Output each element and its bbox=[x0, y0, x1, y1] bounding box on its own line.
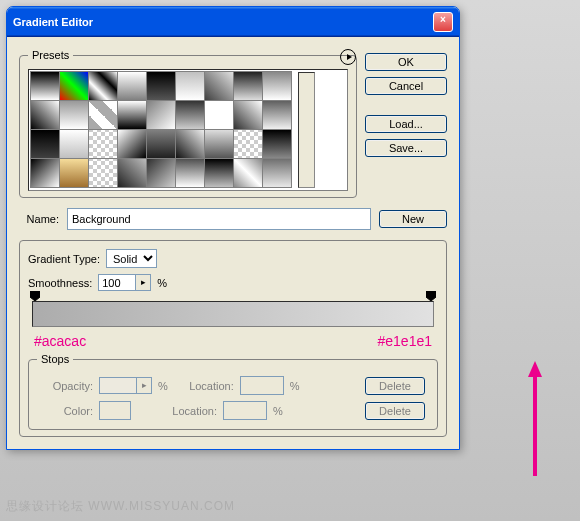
preset-swatch[interactable] bbox=[262, 158, 292, 188]
preset-swatch[interactable] bbox=[30, 71, 60, 101]
preset-swatch[interactable] bbox=[233, 100, 263, 130]
preset-swatch[interactable] bbox=[30, 129, 60, 159]
svg-marker-1 bbox=[426, 291, 436, 301]
preset-swatch[interactable] bbox=[262, 100, 292, 130]
percent-label: % bbox=[157, 277, 167, 289]
close-button[interactable]: × bbox=[433, 12, 453, 32]
preset-swatch[interactable] bbox=[117, 100, 147, 130]
smoothness-label: Smoothness: bbox=[28, 277, 92, 289]
svg-marker-4 bbox=[528, 361, 542, 377]
svg-marker-0 bbox=[30, 291, 40, 301]
preset-swatch[interactable] bbox=[146, 129, 176, 159]
smoothness-stepper[interactable]: ▸ bbox=[98, 274, 151, 291]
dialog-title: Gradient Editor bbox=[13, 16, 93, 28]
preset-swatch[interactable] bbox=[88, 158, 118, 188]
presets-legend: Presets bbox=[28, 49, 73, 61]
stops-legend: Stops bbox=[37, 353, 73, 365]
titlebar[interactable]: Gradient Editor × bbox=[7, 7, 459, 37]
load-button[interactable]: Load... bbox=[365, 115, 447, 133]
presets-menu-icon[interactable] bbox=[340, 49, 356, 65]
delete-opacity-button: Delete bbox=[365, 377, 425, 395]
preset-swatch[interactable] bbox=[175, 100, 205, 130]
opacity-stop-left[interactable] bbox=[30, 291, 40, 301]
preset-swatch[interactable] bbox=[117, 158, 147, 188]
gradient-type-label: Gradient Type: bbox=[28, 253, 100, 265]
gradient-editor-area: #acacac #e1e1e1 bbox=[28, 301, 438, 353]
preset-swatch[interactable] bbox=[30, 100, 60, 130]
preset-swatch[interactable] bbox=[175, 71, 205, 101]
color-label: Color: bbox=[41, 405, 93, 417]
arrow-annotation bbox=[520, 361, 550, 481]
gradient-settings-fieldset: Gradient Type: Solid Smoothness: ▸ % bbox=[19, 240, 447, 437]
save-button[interactable]: Save... bbox=[365, 139, 447, 157]
preset-swatch[interactable] bbox=[204, 129, 234, 159]
opacity-stepper: ▸ bbox=[99, 377, 152, 394]
presets-grid bbox=[28, 69, 348, 191]
color-left-label: #acacac bbox=[34, 333, 86, 349]
preset-swatch[interactable] bbox=[146, 158, 176, 188]
preset-swatch[interactable] bbox=[233, 129, 263, 159]
dialog-buttons: OK Cancel Load... Save... bbox=[365, 49, 447, 198]
color-annotations: #acacac #e1e1e1 bbox=[32, 331, 434, 353]
preset-swatch[interactable] bbox=[233, 71, 263, 101]
gradient-editor-dialog: Gradient Editor × Presets OK Cancel Load… bbox=[6, 6, 460, 450]
location-label-2: Location: bbox=[157, 405, 217, 417]
preset-swatch[interactable] bbox=[262, 129, 292, 159]
presets-scrollbar[interactable] bbox=[298, 72, 315, 188]
preset-swatch[interactable] bbox=[175, 158, 205, 188]
preset-swatch[interactable] bbox=[146, 71, 176, 101]
cancel-button[interactable]: Cancel bbox=[365, 77, 447, 95]
preset-swatch[interactable] bbox=[233, 158, 263, 188]
preset-swatch[interactable] bbox=[88, 100, 118, 130]
chevron-right-icon[interactable]: ▸ bbox=[135, 275, 150, 290]
preset-swatch[interactable] bbox=[88, 129, 118, 159]
color-swatch bbox=[99, 401, 131, 420]
preset-swatch[interactable] bbox=[204, 71, 234, 101]
stops-fieldset: Stops Opacity: ▸ % Location: % Delete Co… bbox=[28, 353, 438, 430]
color-right-label: #e1e1e1 bbox=[377, 333, 432, 349]
preset-swatch[interactable] bbox=[204, 158, 234, 188]
ok-button[interactable]: OK bbox=[365, 53, 447, 71]
preset-swatch[interactable] bbox=[59, 100, 89, 130]
color-location-input bbox=[223, 401, 267, 420]
gradient-type-select[interactable]: Solid bbox=[106, 249, 157, 268]
preset-swatch[interactable] bbox=[146, 100, 176, 130]
name-row: Name: New bbox=[19, 208, 447, 230]
preset-swatch[interactable] bbox=[30, 158, 60, 188]
watermark: 思缘设计论坛 WWW.MISSYUAN.COM bbox=[6, 498, 235, 515]
opacity-label: Opacity: bbox=[41, 380, 93, 392]
opacity-stop-right[interactable] bbox=[426, 291, 436, 301]
preset-swatch[interactable] bbox=[59, 71, 89, 101]
location-label: Location: bbox=[174, 380, 234, 392]
chevron-right-icon: ▸ bbox=[136, 378, 151, 393]
preset-swatch[interactable] bbox=[204, 100, 234, 130]
name-input[interactable] bbox=[67, 208, 371, 230]
name-label: Name: bbox=[19, 213, 59, 225]
smoothness-input[interactable] bbox=[99, 275, 135, 290]
preset-swatch[interactable] bbox=[59, 158, 89, 188]
preset-swatch[interactable] bbox=[88, 71, 118, 101]
preset-swatch[interactable] bbox=[117, 71, 147, 101]
preset-swatch[interactable] bbox=[59, 129, 89, 159]
preset-swatch[interactable] bbox=[117, 129, 147, 159]
opacity-location-input bbox=[240, 376, 284, 395]
preset-swatch[interactable] bbox=[262, 71, 292, 101]
presets-fieldset: Presets bbox=[19, 49, 357, 198]
gradient-bar[interactable] bbox=[32, 301, 434, 327]
preset-swatch[interactable] bbox=[175, 129, 205, 159]
delete-color-button: Delete bbox=[365, 402, 425, 420]
new-button[interactable]: New bbox=[379, 210, 447, 228]
